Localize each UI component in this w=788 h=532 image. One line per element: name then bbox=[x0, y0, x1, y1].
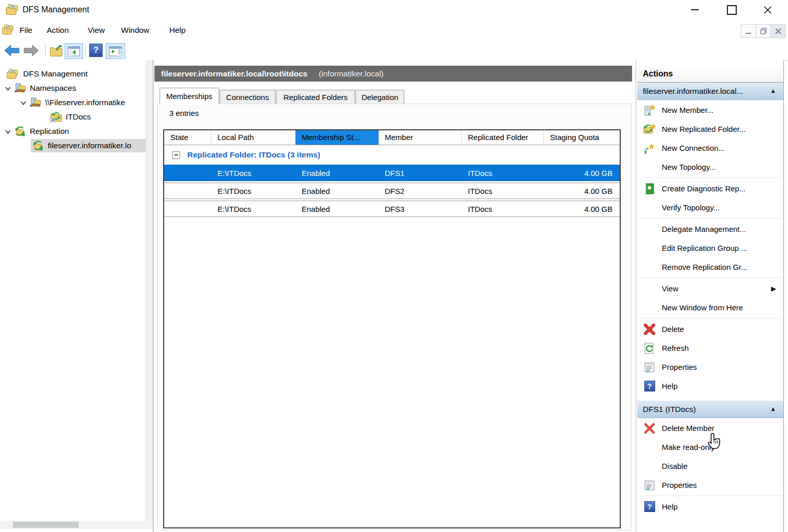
results-header-bar: fileserver.informatiker.local\root\itdoc… bbox=[154, 66, 632, 82]
menu-view[interactable]: View bbox=[88, 19, 105, 41]
action-help-member[interactable]: ? Help bbox=[637, 497, 783, 516]
cell-replicated-folder: ITDocs bbox=[462, 187, 544, 195]
tree-item-itdocs[interactable]: ITDocs bbox=[0, 110, 146, 124]
menu-window[interactable]: Window bbox=[121, 19, 149, 41]
forward-button[interactable] bbox=[24, 45, 39, 56]
action-new-topology[interactable]: New Topology... bbox=[637, 157, 783, 176]
cell-member: DFS3 bbox=[379, 205, 462, 213]
entries-count: 3 entries bbox=[169, 109, 199, 117]
section-header-label: fileserver.informatiker.local... bbox=[643, 87, 743, 96]
replication-icon bbox=[14, 126, 26, 137]
action-create-diagnostic-report[interactable]: Create Diagnostic Rep... bbox=[637, 179, 783, 198]
show-action-pane-button[interactable] bbox=[106, 43, 125, 59]
table-row-dfs3[interactable]: E:\ITDocs Enabled DFS3 ITDocs 4.00 GB bbox=[164, 201, 620, 217]
tree-item-replication-group[interactable]: fileserver.informatiker.lo bbox=[0, 139, 146, 153]
child-restore-button[interactable] bbox=[756, 24, 771, 38]
replicated-folder-icon bbox=[49, 111, 62, 123]
action-help[interactable]: ? Help bbox=[637, 377, 783, 396]
actions-separator bbox=[638, 318, 783, 319]
column-header-member[interactable]: Member bbox=[379, 130, 462, 145]
menu-file[interactable]: File bbox=[19, 19, 32, 41]
action-new-member[interactable]: New Member... bbox=[637, 101, 783, 120]
collapse-section-icon[interactable]: ▲ bbox=[770, 87, 776, 94]
chevron-down-icon[interactable] bbox=[19, 99, 27, 107]
action-disable[interactable]: Disable bbox=[637, 457, 783, 476]
menu-help[interactable]: Help bbox=[169, 19, 186, 41]
tab-memberships[interactable]: Memberships bbox=[160, 88, 219, 104]
action-new-window-from-here[interactable]: New Window from Here bbox=[637, 298, 783, 317]
action-refresh[interactable]: Refresh bbox=[637, 339, 783, 358]
collapse-section-icon[interactable]: ▲ bbox=[770, 405, 776, 412]
action-delete[interactable]: Delete bbox=[637, 320, 783, 339]
show-console-tree-button[interactable] bbox=[65, 43, 83, 59]
group-header-row[interactable]: Replicated Folder: ITDocs (3 items) bbox=[164, 145, 620, 165]
child-minimize-button[interactable] bbox=[741, 24, 756, 38]
cell-staging-quota: 4.00 GB bbox=[544, 169, 620, 178]
tree-item-namespaces[interactable]: Namespaces bbox=[0, 81, 146, 95]
cell-member: DFS1 bbox=[379, 169, 462, 178]
child-close-button[interactable] bbox=[771, 24, 786, 38]
column-header-staging-quota[interactable]: Staging Quota bbox=[544, 130, 620, 145]
action-new-connection[interactable]: New Connection... bbox=[637, 139, 783, 157]
action-properties[interactable]: Properties bbox=[637, 358, 783, 377]
cell-staging-quota: 4.00 GB bbox=[544, 187, 620, 195]
help-button[interactable]: ? bbox=[89, 44, 103, 57]
new-member-icon bbox=[643, 104, 656, 116]
action-delegate-management[interactable]: Delegate Management... bbox=[637, 220, 783, 239]
window-maximize-button[interactable] bbox=[718, 0, 745, 19]
tab-replicated-folders[interactable]: Replicated Folders bbox=[276, 90, 355, 104]
column-header-local-path[interactable]: Local Path bbox=[211, 130, 296, 145]
tab-delegation[interactable]: Delegation bbox=[356, 90, 404, 104]
action-label: Delete bbox=[662, 325, 684, 333]
tree-item-fileserver-namespace[interactable]: \\Fileserver.informatike bbox=[0, 95, 146, 110]
column-header-state[interactable]: State bbox=[164, 130, 211, 145]
results-pane: fileserver.informatiker.local\root\itdoc… bbox=[154, 60, 635, 532]
table-row-dfs2[interactable]: E:\ITDocs Enabled DFS2 ITDocs 4.00 GB bbox=[164, 183, 620, 199]
actions-pane-title: Actions bbox=[637, 66, 783, 83]
cell-replicated-folder: ITDocs bbox=[462, 169, 544, 178]
action-edit-replication-group[interactable]: Edit Replication Group ... bbox=[637, 239, 783, 258]
action-label: Create Diagnostic Rep... bbox=[662, 184, 745, 193]
help-icon: ? bbox=[643, 380, 656, 392]
action-new-replicated-folder[interactable]: New Replicated Folder... bbox=[637, 120, 783, 139]
close-icon bbox=[775, 28, 781, 34]
new-replicated-folder-icon bbox=[643, 123, 656, 135]
chevron-down-icon[interactable] bbox=[4, 85, 12, 92]
export-list-button[interactable] bbox=[49, 44, 64, 57]
menu-action[interactable]: Action bbox=[47, 19, 69, 41]
actions-section-dfs1[interactable]: DFS1 (ITDocs) ▲ bbox=[637, 401, 783, 418]
panel-separator[interactable] bbox=[153, 60, 153, 532]
column-header-membership-status[interactable]: Membership St... bbox=[296, 130, 379, 145]
column-header-replicated-folder[interactable]: Replicated Folder bbox=[462, 130, 544, 145]
tree-item-replication[interactable]: Replication bbox=[0, 124, 146, 139]
scrollbar-thumb[interactable] bbox=[13, 522, 78, 528]
table-row-dfs1[interactable]: E:\ITDocs Enabled DFS1 ITDocs 4.00 GB bbox=[164, 165, 620, 181]
collapse-group-icon[interactable] bbox=[172, 151, 180, 159]
action-label: Disable bbox=[662, 462, 687, 470]
action-remove-replication-group[interactable]: Remove Replication Gr... bbox=[637, 258, 783, 277]
no-icon bbox=[643, 441, 656, 454]
panel-separator[interactable] bbox=[636, 60, 636, 532]
action-properties-member[interactable]: Properties bbox=[637, 476, 783, 495]
tree-item-label: ITDocs bbox=[66, 112, 91, 122]
section-header-label: DFS1 (ITDocs) bbox=[643, 405, 696, 414]
cell-membership-status: Enabled bbox=[296, 169, 379, 178]
chevron-down-icon[interactable] bbox=[4, 128, 12, 135]
window-close-button[interactable] bbox=[754, 0, 781, 19]
window-minimize-button[interactable] bbox=[681, 0, 708, 19]
action-label: Properties bbox=[662, 481, 697, 489]
tree-item-dfs-management[interactable]: DFS Management bbox=[0, 67, 146, 81]
tab-connections[interactable]: Connections bbox=[220, 90, 275, 104]
cell-member: DFS2 bbox=[379, 187, 462, 195]
back-button[interactable] bbox=[4, 45, 19, 56]
cell-replicated-folder: ITDocs bbox=[462, 205, 544, 213]
action-view[interactable]: View ▶ bbox=[637, 279, 783, 298]
actions-list: New Member... New Replicated Folder... bbox=[637, 101, 783, 396]
action-verify-topology[interactable]: Verify Topology... bbox=[637, 198, 783, 217]
action-label: Delegate Management... bbox=[662, 225, 746, 233]
tree-horizontal-scrollbar[interactable] bbox=[0, 521, 152, 529]
dfs-management-icon bbox=[6, 68, 19, 80]
tree-vertical-scrollbar[interactable] bbox=[146, 60, 153, 521]
memberships-list: State Local Path Membership St... Member… bbox=[163, 129, 621, 528]
actions-section-fileserver[interactable]: fileserver.informatiker.local... ▲ bbox=[637, 83, 783, 100]
